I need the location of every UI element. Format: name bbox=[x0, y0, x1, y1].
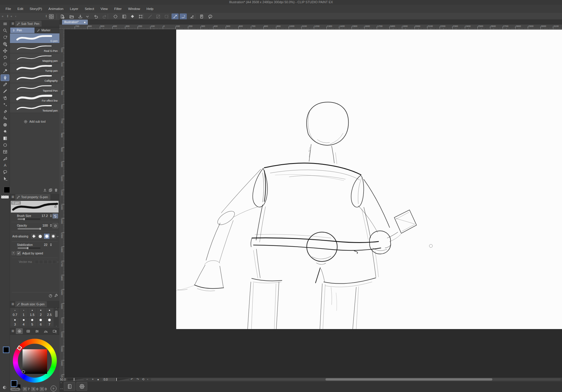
document-tab[interactable]: Illustration* bbox=[62, 20, 88, 25]
brush-size-option[interactable]: 1.5 bbox=[28, 308, 37, 317]
zoom-out-button[interactable]: − bbox=[86, 378, 88, 381]
dock-collapse-glyph[interactable]: « bbox=[11, 15, 12, 18]
new-document-button[interactable] bbox=[59, 13, 66, 20]
rotation-slider[interactable] bbox=[116, 378, 129, 381]
opacity-value[interactable]: 100 bbox=[42, 224, 48, 227]
horizontal-scrollbar[interactable] bbox=[151, 378, 561, 381]
tool-pen[interactable] bbox=[1, 74, 9, 81]
brush-item[interactable]: Tapered Pen bbox=[10, 83, 59, 93]
brush-item[interactable]: Turnip pen bbox=[10, 63, 59, 73]
expand-button[interactable]: + bbox=[12, 251, 15, 255]
collapse-button[interactable]: ‹ bbox=[147, 378, 148, 381]
open-material-panel-button[interactable] bbox=[64, 382, 75, 391]
tool-navigate[interactable] bbox=[1, 41, 9, 47]
deselect-button[interactable] bbox=[112, 13, 119, 20]
stabilization-value[interactable]: 22 bbox=[44, 243, 47, 247]
sv-marker[interactable] bbox=[22, 370, 25, 373]
invert-selection-button[interactable] bbox=[121, 13, 128, 20]
opacity-slider[interactable] bbox=[18, 228, 40, 230]
menu-animation[interactable]: Animation bbox=[45, 7, 67, 11]
guide-disabled-button[interactable] bbox=[163, 13, 170, 20]
anti-aliasing-strong[interactable] bbox=[50, 233, 56, 239]
register-initial-settings-button[interactable] bbox=[48, 294, 53, 298]
brush-size-value[interactable]: 17.2 bbox=[42, 214, 48, 218]
reset-rotation-button[interactable]: ⟲ bbox=[142, 378, 144, 381]
expand-down-button[interactable]: ⌄⌄ bbox=[60, 387, 63, 390]
panel-menu-icon[interactable]: ≡ bbox=[11, 302, 14, 307]
rotate-right-button[interactable]: ↷ bbox=[136, 378, 139, 381]
brush-item[interactable]: Real G-Pen bbox=[10, 43, 59, 53]
zoom-in-button[interactable]: + bbox=[92, 378, 94, 381]
brush-size-option[interactable]: 3 bbox=[11, 317, 19, 327]
tool-blend[interactable] bbox=[1, 115, 9, 121]
menu-select[interactable]: Select bbox=[81, 7, 97, 11]
tool-magic-wand[interactable] bbox=[1, 61, 9, 68]
sub-color-swatch[interactable] bbox=[4, 187, 10, 193]
actual-size-button[interactable]: ■ bbox=[97, 378, 99, 381]
tool-flag-ruler[interactable] bbox=[1, 155, 9, 162]
main-color-swatch[interactable] bbox=[3, 347, 9, 353]
tool-rotate-canvas[interactable] bbox=[1, 34, 9, 41]
fill-command-button[interactable] bbox=[129, 13, 136, 20]
tool-fill-tool[interactable] bbox=[1, 128, 9, 135]
anti-aliasing-none[interactable] bbox=[31, 233, 37, 239]
wrench-button[interactable] bbox=[54, 294, 58, 298]
brush-size-option[interactable]: 1 bbox=[19, 308, 28, 317]
dock-collapse-glyph[interactable]: « bbox=[2, 15, 4, 18]
tool-airbrush[interactable] bbox=[1, 95, 9, 101]
import-subtool-button[interactable] bbox=[43, 188, 47, 192]
tool-text-tool[interactable]: A bbox=[1, 162, 9, 169]
tool-move[interactable] bbox=[1, 47, 9, 54]
lock-icon[interactable] bbox=[54, 204, 57, 208]
panel-menu-icon[interactable]: ≡ bbox=[11, 21, 14, 26]
color-set-tab[interactable] bbox=[25, 328, 32, 334]
stabilization-spinner[interactable] bbox=[50, 243, 52, 246]
adjust-by-speed-checkbox[interactable] bbox=[17, 251, 21, 255]
brush-item[interactable]: G-pen bbox=[10, 33, 59, 43]
tablet-button[interactable] bbox=[198, 13, 205, 20]
snap-to-special-ruler-button[interactable] bbox=[180, 13, 187, 20]
menu-file[interactable]: File bbox=[2, 7, 14, 11]
tool-zoom[interactable] bbox=[1, 27, 9, 34]
zoom-slider[interactable] bbox=[67, 378, 84, 381]
tool-frame-border[interactable] bbox=[1, 148, 9, 155]
anti-aliasing-weak[interactable] bbox=[37, 233, 43, 239]
anti-aliasing-dropdown[interactable] bbox=[56, 235, 59, 238]
brush-item[interactable]: Textured pen bbox=[10, 103, 59, 113]
save-button[interactable] bbox=[77, 13, 84, 20]
brush-item[interactable]: Mapping pen bbox=[10, 53, 59, 63]
tool-figure[interactable] bbox=[1, 142, 9, 148]
menu-filter[interactable]: Filter bbox=[111, 7, 125, 11]
canvas[interactable] bbox=[176, 30, 562, 329]
brush-size-option[interactable]: 2.5 bbox=[45, 308, 54, 317]
selection-border-button[interactable] bbox=[137, 13, 144, 20]
rotate-left-button[interactable]: ↶ bbox=[131, 378, 133, 381]
foreground-color-swatch[interactable] bbox=[11, 380, 17, 387]
subtool-tab-pen[interactable]: Pen bbox=[10, 27, 35, 33]
brush-item[interactable]: Calligraphy bbox=[10, 73, 59, 83]
color-wheel-tab[interactable] bbox=[16, 328, 23, 334]
menu-layer[interactable]: Layer bbox=[67, 7, 82, 11]
add-sub-tool-button[interactable]: Add sub tool bbox=[10, 117, 59, 126]
tool-brush[interactable] bbox=[1, 88, 9, 95]
horizontal-scrollbar-thumb[interactable] bbox=[325, 378, 492, 381]
brush-size-option[interactable]: 4 bbox=[19, 317, 28, 327]
brush-item[interactable]: For effect line bbox=[10, 93, 59, 103]
brush-size-option[interactable]: 5 bbox=[28, 317, 37, 327]
trash-button[interactable] bbox=[54, 188, 58, 192]
snap-to-grid-button[interactable] bbox=[188, 13, 195, 20]
crop-mark-button[interactable] bbox=[76, 382, 87, 391]
subtool-tab-marker[interactable]: Marker bbox=[35, 27, 60, 33]
tool-object[interactable] bbox=[1, 175, 9, 182]
start-color-mixing-button[interactable] bbox=[51, 386, 56, 391]
duplicate-subtool-button[interactable] bbox=[48, 188, 53, 192]
color-slider-tab[interactable] bbox=[33, 328, 40, 334]
menu-help[interactable]: Help bbox=[143, 7, 157, 11]
opacity-dynamics-button[interactable] bbox=[52, 223, 58, 228]
brush-size-option[interactable]: 7 bbox=[45, 317, 54, 327]
approx-color-tab[interactable] bbox=[42, 328, 49, 334]
brush-size-option[interactable]: 6 bbox=[37, 317, 45, 327]
undo-button[interactable] bbox=[92, 13, 99, 20]
brush-size-dynamics-button[interactable] bbox=[52, 213, 58, 219]
brush-size-option[interactable]: 0.7 bbox=[11, 308, 19, 317]
